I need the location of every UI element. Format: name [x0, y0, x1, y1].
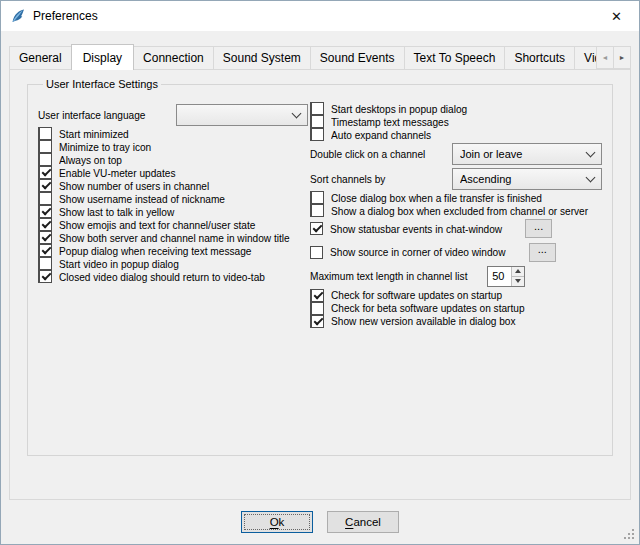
double-click-on-a-channel-value: Join or leave — [460, 148, 586, 160]
tab-text-to-speech[interactable]: Text To Speech — [404, 46, 506, 69]
close-dialog-when-file-transfer-finished-label[interactable]: Close dialog box when a file transfer is… — [331, 192, 542, 204]
closed-video-dialog-return-to-video-tab-row: Closed video dialog should return to vid… — [38, 270, 51, 283]
auto-expand-channels-label[interactable]: Auto expand channels — [331, 129, 431, 141]
close-dialog-when-file-transfer-finished-checkbox[interactable] — [311, 191, 324, 204]
close-dialog-when-file-transfer-finished-row: Close dialog box when a file transfer is… — [310, 191, 323, 204]
tab-scroll-left-button[interactable]: ◄ — [596, 46, 614, 69]
tab-connection[interactable]: Connection — [133, 46, 214, 69]
maximum-text-length-in-channel-list-label: Maximum text length in channel list — [310, 270, 467, 282]
show-dialog-when-excluded-label[interactable]: Show a dialog box when excluded from cha… — [331, 205, 588, 217]
enable-vu-meter-updates-row: Enable VU-meter updates — [38, 166, 51, 179]
enable-vu-meter-updates-checkbox[interactable] — [39, 166, 52, 179]
start-desktops-in-popup-dialog-label[interactable]: Start desktops in popup dialog — [331, 103, 467, 115]
tab-general[interactable]: General — [9, 46, 72, 69]
maximum-text-length-in-channel-list-spinbox[interactable]: 50 — [487, 266, 525, 287]
tab-bar: GeneralDisplayConnectionSound SystemSoun… — [9, 44, 631, 70]
show-source-in-corner-of-video-window-checkbox[interactable] — [310, 246, 323, 259]
show-last-to-talk-in-yellow-checkbox[interactable] — [39, 205, 52, 218]
closed-video-dialog-return-to-video-tab-label[interactable]: Closed video dialog should return to vid… — [59, 271, 265, 283]
start-minimized-label[interactable]: Start minimized — [59, 128, 129, 140]
show-new-version-available-dialog-checkbox[interactable] — [311, 315, 324, 328]
always-on-top-label[interactable]: Always on top — [59, 154, 122, 166]
start-video-in-popup-dialog-checkbox[interactable] — [39, 257, 52, 270]
tab-sound-system[interactable]: Sound System — [213, 46, 311, 69]
check-for-software-updates-on-startup-label[interactable]: Check for software updates on startup — [331, 289, 502, 301]
chevron-down-icon — [292, 110, 302, 119]
always-on-top-checkbox[interactable] — [39, 153, 52, 166]
right-column: Start desktops in popup dialogTimestamp … — [310, 102, 604, 328]
tab-shortcuts[interactable]: Shortcuts — [504, 46, 575, 69]
dialog-button-row: Ok Cancel — [1, 500, 639, 544]
check-for-beta-software-updates-label[interactable]: Check for beta software updates on start… — [331, 302, 525, 314]
show-number-of-users-in-channel-checkbox[interactable] — [39, 179, 52, 192]
cancel-button[interactable]: Cancel — [327, 511, 399, 533]
start-video-in-popup-dialog-label[interactable]: Start video in popup dialog — [59, 258, 179, 270]
app-icon — [10, 8, 26, 24]
ok-button[interactable]: Ok — [241, 511, 313, 533]
maximum-text-length-in-channel-list-value[interactable]: 50 — [488, 267, 511, 286]
show-server-and-channel-in-window-title-row: Show both server and channel name in win… — [38, 231, 51, 244]
minimize-to-tray-icon-checkbox[interactable] — [39, 140, 52, 153]
show-statusbar-events-in-chat-window-more-button[interactable]: ... — [525, 219, 552, 238]
always-on-top-row: Always on top — [38, 153, 51, 166]
show-statusbar-events-in-chat-window-label[interactable]: Show statusbar events in chat-window — [330, 223, 502, 235]
check-for-software-updates-on-startup-checkbox[interactable] — [311, 289, 324, 302]
titlebar[interactable]: Preferences ✕ — [1, 1, 639, 31]
show-username-instead-of-nickname-checkbox[interactable] — [39, 192, 52, 205]
timestamp-text-messages-checkbox[interactable] — [311, 115, 324, 128]
arrow-right-icon: ► — [619, 54, 626, 61]
sort-channels-by-combobox[interactable]: Ascending — [452, 168, 602, 190]
auto-expand-channels-checkbox[interactable] — [311, 128, 324, 141]
start-desktops-in-popup-dialog-row: Start desktops in popup dialog — [310, 102, 323, 115]
check-for-beta-software-updates-row: Check for beta software updates on start… — [310, 302, 323, 315]
double-click-on-a-channel-combobox[interactable]: Join or leave — [452, 143, 602, 165]
tab-scroll-right-button[interactable]: ► — [613, 46, 631, 69]
minimize-to-tray-icon-label[interactable]: Minimize to tray icon — [59, 141, 151, 153]
timestamp-text-messages-label[interactable]: Timestamp text messages — [331, 116, 449, 128]
settings-columns: User interface languageStart minimizedMi… — [38, 102, 604, 328]
show-dialog-when-excluded-row: Show a dialog box when excluded from cha… — [310, 204, 323, 217]
tab-sound-events[interactable]: Sound Events — [310, 46, 405, 69]
show-emojis-and-text-for-state-checkbox[interactable] — [39, 218, 52, 231]
double-click-on-a-channel-row: Double click on a channelJoin or leave — [310, 141, 604, 166]
minimize-to-tray-icon-row: Minimize to tray icon — [38, 140, 51, 153]
tab-list: GeneralDisplayConnectionSound SystemSoun… — [9, 44, 631, 70]
close-icon[interactable]: ✕ — [594, 2, 639, 31]
tab-display[interactable]: Display — [71, 44, 134, 70]
spin-up-button[interactable] — [511, 267, 524, 276]
resize-grip[interactable] — [624, 529, 636, 541]
show-username-instead-of-nickname-label[interactable]: Show username instead of nickname — [59, 193, 225, 205]
show-source-in-corner-of-video-window-more-button[interactable]: ... — [529, 243, 556, 262]
spin-buttons — [511, 267, 524, 286]
check-for-beta-software-updates-checkbox[interactable] — [311, 302, 324, 315]
popup-dialog-on-text-message-label[interactable]: Popup dialog when receiving text message — [59, 245, 251, 257]
show-last-to-talk-in-yellow-row: Show last to talk in yellow — [38, 205, 51, 218]
user-interface-language-label: User interface language — [38, 109, 145, 121]
timestamp-text-messages-row: Timestamp text messages — [310, 115, 323, 128]
sort-channels-by-label: Sort channels by — [310, 173, 385, 185]
show-source-in-corner-of-video-window-label[interactable]: Show source in corner of video window — [330, 246, 506, 258]
start-desktops-in-popup-dialog-checkbox[interactable] — [311, 102, 324, 115]
closed-video-dialog-return-to-video-tab-checkbox[interactable] — [39, 270, 52, 283]
show-last-to-talk-in-yellow-label[interactable]: Show last to talk in yellow — [59, 206, 174, 218]
show-new-version-available-dialog-label[interactable]: Show new version available in dialog box — [331, 315, 516, 327]
window-title: Preferences — [33, 9, 594, 23]
group-title: User Interface Settings — [43, 78, 161, 90]
show-server-and-channel-in-window-title-label[interactable]: Show both server and channel name in win… — [59, 232, 290, 244]
popup-dialog-on-text-message-checkbox[interactable] — [39, 244, 52, 257]
show-emojis-and-text-for-state-row: Show emojis and text for channel/user st… — [38, 218, 51, 231]
show-number-of-users-in-channel-label[interactable]: Show number of users in channel — [59, 180, 209, 192]
display-tab-page: User Interface Settings User interface l… — [9, 69, 631, 500]
start-minimized-checkbox[interactable] — [39, 127, 52, 140]
enable-vu-meter-updates-label[interactable]: Enable VU-meter updates — [59, 167, 175, 179]
popup-dialog-on-text-message-row: Popup dialog when receiving text message — [38, 244, 51, 257]
show-emojis-and-text-for-state-label[interactable]: Show emojis and text for channel/user st… — [59, 219, 255, 231]
spin-down-button[interactable] — [511, 276, 524, 286]
tab-scroller: ◄ ► — [597, 46, 631, 69]
show-statusbar-events-in-chat-window-checkbox[interactable] — [310, 222, 323, 235]
user-interface-language-combobox[interactable] — [176, 104, 308, 126]
left-column: User interface languageStart minimizedMi… — [38, 102, 310, 328]
show-dialog-when-excluded-checkbox[interactable] — [311, 204, 324, 217]
show-number-of-users-in-channel-row: Show number of users in channel — [38, 179, 51, 192]
show-server-and-channel-in-window-title-checkbox[interactable] — [39, 231, 52, 244]
